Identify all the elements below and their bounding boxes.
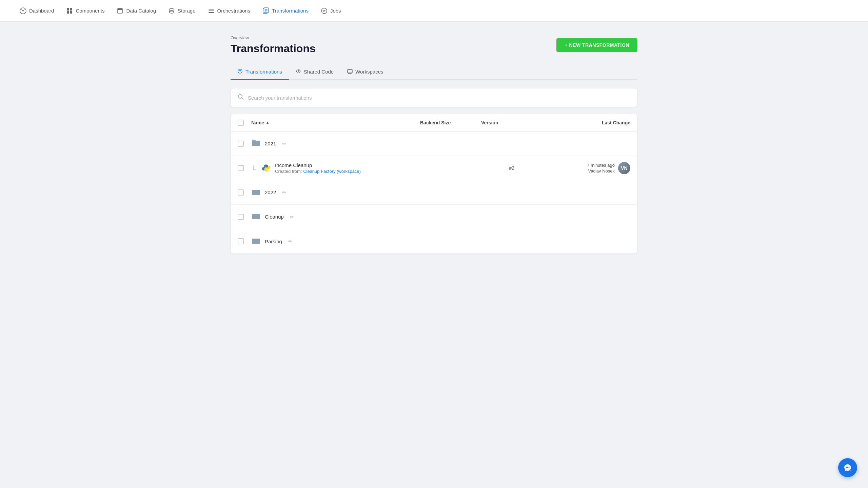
nav-label-orchestrations: Orchestrations <box>217 8 251 14</box>
folder-icon <box>251 139 261 149</box>
transformations-icon <box>262 7 269 14</box>
table-header: Name ▲ Backend Size Version Last Change <box>231 114 637 131</box>
edit-icon-parsing[interactable]: ✏ <box>288 239 292 244</box>
row-name-text-parsing: Parsing <box>265 239 282 244</box>
main-content: Overview Transformations + NEW TRANSFORM… <box>217 22 651 267</box>
avatar: VN <box>618 162 630 174</box>
search-input[interactable] <box>248 95 630 101</box>
row-name-text-income-cleanup: Income Cleanup <box>275 162 361 168</box>
tab-workspaces-label: Workspaces <box>355 69 383 75</box>
tab-workspaces[interactable]: Workspaces <box>340 64 390 80</box>
last-change-time: 7 minutes ago <box>587 163 615 168</box>
tab-shared-code-label: Shared Code <box>304 69 334 75</box>
nav-label-storage: Storage <box>178 8 196 14</box>
nav-label-dashboard: Dashboard <box>29 8 54 14</box>
jobs-icon <box>321 7 328 14</box>
nav-item-jobs[interactable]: Jobs <box>315 0 347 22</box>
nav-item-orchestrations[interactable]: Orchestrations <box>202 0 257 22</box>
table-row: Cleanup ✏ <box>231 205 637 229</box>
breadcrumb: Overview <box>231 35 316 40</box>
table-row: 2021 ✏ <box>231 131 637 156</box>
page-title: Transformations <box>231 42 316 55</box>
transformations-table: Name ▲ Backend Size Version Last Change <box>231 114 637 254</box>
folder-icon-cleanup <box>251 212 261 222</box>
svg-point-31 <box>846 467 847 468</box>
page-title-section: Overview Transformations <box>231 35 316 55</box>
page-header: Overview Transformations + NEW TRANSFORM… <box>231 35 637 55</box>
row-checkbox-2022[interactable] <box>238 189 244 196</box>
row-name-2021: 2021 ✏ <box>251 139 420 149</box>
svg-point-32 <box>847 467 848 468</box>
nav-label-components: Components <box>76 8 104 14</box>
svg-rect-3 <box>70 8 72 11</box>
new-transformation-button[interactable]: + NEW TRANSFORMATION <box>556 38 637 52</box>
folder-icon-parsing <box>251 237 261 246</box>
chat-support-button[interactable] <box>838 458 857 477</box>
svg-point-1 <box>23 10 24 11</box>
tab-shared-code[interactable]: Shared Code <box>289 64 340 80</box>
sort-icon: ▲ <box>265 120 270 125</box>
row-name-parsing: Parsing ✏ <box>251 237 420 246</box>
svg-point-30 <box>267 169 268 170</box>
version-income-cleanup: #2 <box>481 165 542 171</box>
search-icon <box>238 94 244 101</box>
last-change-text: 7 minutes ago Vaclav Nosek <box>587 163 615 174</box>
nav-item-storage[interactable]: Storage <box>162 0 202 22</box>
chat-icon <box>843 463 852 472</box>
last-change-user: Vaclav Nosek <box>587 168 615 174</box>
row-checkbox-income-cleanup[interactable] <box>238 165 244 171</box>
row-name-2022: 2022 ✏ <box>251 188 420 197</box>
storage-icon <box>168 7 175 14</box>
edit-icon-cleanup[interactable]: ✏ <box>290 214 294 220</box>
tab-transformations[interactable]: Transformations <box>231 64 289 80</box>
edit-icon-2022[interactable]: ✏ <box>282 190 286 195</box>
edit-icon-2021[interactable]: ✏ <box>282 141 286 146</box>
cleanup-factory-link[interactable]: Cleanup Factory (workspace) <box>303 169 361 174</box>
nav-label-jobs: Jobs <box>330 8 341 14</box>
svg-point-33 <box>849 467 850 468</box>
income-cleanup-name-group: Income Cleanup Created from: Cleanup Fac… <box>275 162 361 174</box>
svg-rect-4 <box>67 11 69 14</box>
nav-label-transformations: Transformations <box>272 8 309 14</box>
svg-rect-5 <box>70 11 72 14</box>
col-header-backend-size: Backend Size <box>420 120 481 125</box>
connector-icon: L <box>253 164 256 171</box>
dashboard-icon <box>20 7 26 14</box>
top-navigation: Dashboard Components Data Catalog <box>0 0 868 22</box>
nav-item-transformations[interactable]: Transformations <box>256 0 315 22</box>
tabs-container: Transformations Shared Code <box>231 64 637 80</box>
col-header-name[interactable]: Name ▲ <box>251 120 420 125</box>
row-name-text-2021: 2021 <box>265 141 276 146</box>
folder-icon-2022 <box>251 188 261 197</box>
row-name-text-cleanup: Cleanup <box>265 214 284 220</box>
select-all-checkbox[interactable] <box>238 120 244 126</box>
tab-transformations-label: Transformations <box>245 69 282 75</box>
svg-rect-22 <box>348 69 352 73</box>
data-catalog-icon <box>117 7 123 14</box>
row-name-text-2022: 2022 <box>265 189 276 195</box>
svg-point-29 <box>264 165 265 166</box>
svg-point-8 <box>169 8 174 11</box>
search-container <box>231 88 637 107</box>
table-row: L Income Cleanup Created from: Cleanup F… <box>231 156 637 180</box>
row-name-income-cleanup: L Income Cleanup Created from: Cleanup F… <box>251 162 420 174</box>
table-row: 2022 ✏ <box>231 180 637 205</box>
col-header-version: Version <box>481 120 542 125</box>
row-checkbox-parsing[interactable] <box>238 238 244 244</box>
col-header-last-change: Last Change <box>542 120 630 125</box>
svg-line-27 <box>242 98 243 100</box>
svg-rect-2 <box>67 8 69 11</box>
table-row: Parsing ✏ <box>231 229 637 253</box>
row-name-cleanup: Cleanup ✏ <box>251 212 420 222</box>
nav-item-data-catalog[interactable]: Data Catalog <box>111 0 162 22</box>
row-checkbox-cleanup[interactable] <box>238 214 244 220</box>
last-change-income-cleanup: 7 minutes ago Vaclav Nosek VN <box>542 162 630 174</box>
nav-item-components[interactable]: Components <box>60 0 111 22</box>
svg-line-21 <box>298 69 299 73</box>
svg-marker-18 <box>323 10 326 12</box>
components-icon <box>66 7 73 14</box>
transformations-tab-icon <box>237 68 243 75</box>
row-sub-income-cleanup: Created from: Cleanup Factory (workspace… <box>275 169 361 174</box>
row-checkbox-2021[interactable] <box>238 141 244 147</box>
nav-item-dashboard[interactable]: Dashboard <box>14 0 60 22</box>
